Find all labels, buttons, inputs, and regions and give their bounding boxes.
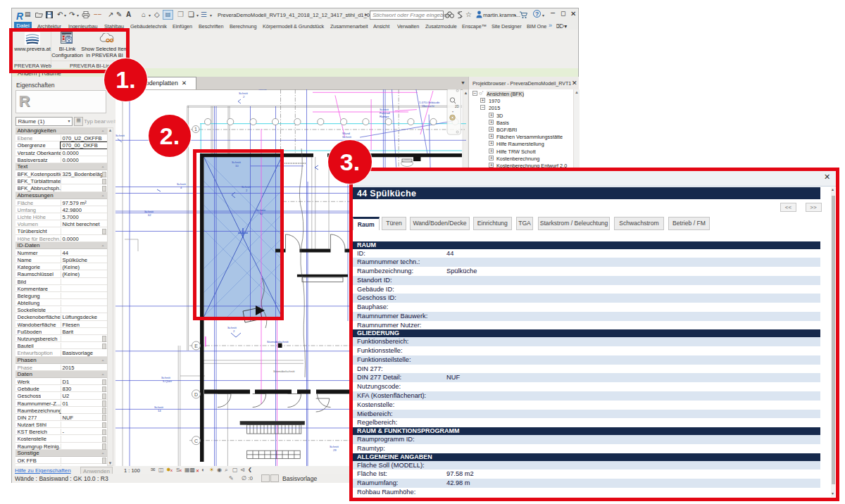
svg-text:▲: ▲ xyxy=(464,91,468,95)
svg-text:29: 29 xyxy=(333,448,337,452)
svg-text:2: 2 xyxy=(243,95,245,99)
svg-text:Gleise: Gleise xyxy=(258,89,268,91)
svg-text:62: 62 xyxy=(148,213,151,217)
svg-text:Sitzmöbelschnitt: Sitzmöbelschnitt xyxy=(273,370,295,373)
svg-text:C: C xyxy=(194,439,198,443)
svg-text:Schnitt: Schnitt xyxy=(342,135,352,139)
svg-text:Übersicht: Übersicht xyxy=(422,104,435,108)
svg-text:1: 1 xyxy=(194,127,197,132)
svg-text:5-Quer: 5-Quer xyxy=(163,379,173,383)
svg-text:4: 4 xyxy=(180,186,182,189)
svg-text:14: 14 xyxy=(158,409,161,412)
svg-text:Schnitt: Schnitt xyxy=(227,326,237,329)
svg-text:2: 2 xyxy=(233,329,235,333)
svg-text:Rampe: Rampe xyxy=(380,115,389,118)
svg-text:▾: ▾ xyxy=(452,110,453,113)
svg-text:2D: 2D xyxy=(455,105,460,108)
svg-text:E: E xyxy=(194,344,198,348)
svg-text:Schnitt: Schnitt xyxy=(115,134,125,137)
svg-text:Sitzmöbelschnitt: Sitzmöbelschnitt xyxy=(267,340,289,344)
svg-text:D: D xyxy=(194,392,198,397)
